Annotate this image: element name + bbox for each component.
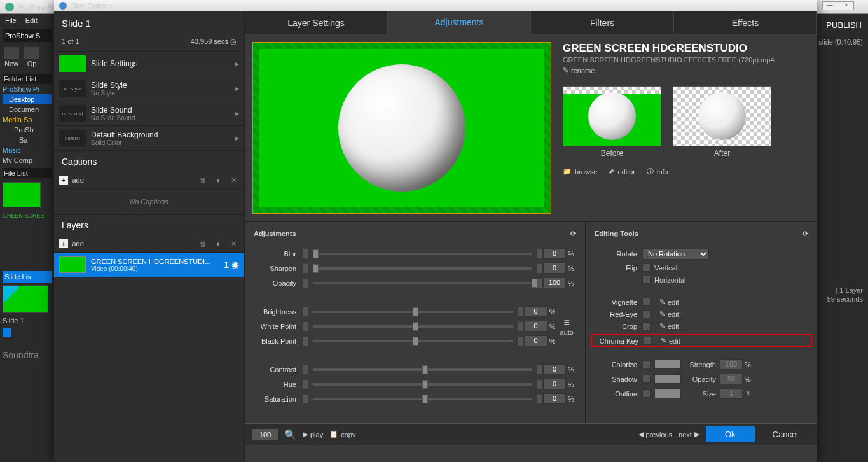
chroma-edit-button[interactable]: ✎edit [661,337,680,345]
bg-close-icon[interactable]: × [839,1,854,10]
tree-mycomp[interactable]: My Comp [3,155,52,165]
crop-checkbox[interactable] [642,322,651,330]
slider-value[interactable]: 0 [543,393,566,404]
shadow-checkbox[interactable] [642,375,651,383]
horizontal-checkbox[interactable] [642,276,651,284]
auto-button[interactable]: ≡auto [558,317,576,336]
slider-value[interactable]: 100 [543,277,566,288]
shadow-swatch[interactable] [654,374,681,384]
slider-track[interactable] [313,340,513,342]
before-thumb[interactable] [563,86,661,146]
crop-edit-button[interactable]: ✎edit [659,322,679,330]
file-menu[interactable]: File [5,17,17,24]
tab-layer-settings[interactable]: Layer Settings [245,11,388,34]
rename-button[interactable]: ✎rename [563,66,809,74]
slider-max[interactable] [537,365,542,374]
publish-tab[interactable]: PUBLISH [826,20,862,30]
trash-icon[interactable]: 🗑 [197,238,209,249]
vignette-checkbox[interactable] [642,298,651,306]
slider-min[interactable] [303,380,308,389]
slider-thumb[interactable] [413,337,418,346]
outline-swatch[interactable] [654,389,681,398]
editor-button[interactable]: ⬈editor [609,167,635,176]
tools-icon[interactable]: ✕ [228,238,239,249]
slider-value[interactable]: 0 [525,306,548,317]
chroma-checkbox[interactable] [644,337,652,345]
rotate-select[interactable]: No Rotation [642,248,709,260]
slider-track[interactable] [313,267,532,270]
slider-value[interactable]: 0 [543,263,566,274]
cancel-button[interactable]: Cancel [761,426,809,442]
slider-min[interactable] [303,322,308,331]
copy-button[interactable]: 📋copy [329,430,355,438]
browse-button[interactable]: 📁browse [563,167,597,176]
info-button[interactable]: ⓘinfo [647,167,668,176]
slider-max[interactable] [518,337,523,346]
slider-max[interactable] [537,264,542,273]
opacity-value[interactable]: 50 [720,374,743,384]
slider-max[interactable] [537,279,542,288]
slider-value[interactable]: 0 [525,321,548,332]
open-button[interactable]: Op [24,59,39,69]
zoom-value[interactable]: 100 [252,429,278,440]
slider-min[interactable] [303,395,308,403]
outline-checkbox[interactable] [642,389,651,398]
tab-filters[interactable]: Filters [531,11,674,34]
edit-menu[interactable]: Edit [25,17,38,24]
slider-min[interactable] [303,337,308,346]
zoom-icon[interactable]: 🔍 [284,429,296,440]
tab-adjustments[interactable]: Adjustments [388,11,531,34]
slider-value[interactable]: 0 [543,379,566,389]
vertical-checkbox[interactable] [642,263,651,272]
slider-value[interactable]: 0 [525,335,548,346]
reset-icon[interactable]: ⟳ [570,230,576,238]
slider-track[interactable] [313,282,532,284]
ok-button[interactable]: Ok [706,426,755,442]
tree-music[interactable]: Music [3,145,52,155]
strength-value[interactable]: 100 [720,359,743,370]
slider-min[interactable] [303,249,308,258]
sort-icon[interactable]: ♦ [212,238,224,249]
slider-thumb[interactable] [413,307,418,316]
preview-main[interactable] [252,42,551,214]
after-thumb[interactable] [673,86,771,146]
tab-effects[interactable]: Effects [674,11,817,34]
eye-icon[interactable]: ◉ [231,260,239,270]
add-caption-label[interactable]: add [72,176,83,184]
slider-max[interactable] [518,322,523,331]
bg-slide-thumb[interactable] [3,285,48,313]
slider-value[interactable]: 0 [543,248,566,259]
slider-track[interactable] [313,325,513,328]
slider-thumb[interactable] [532,279,537,288]
slider-track[interactable] [313,253,532,255]
slider-min[interactable] [303,365,308,374]
tree-proshow[interactable]: ProShow Pr [3,84,52,94]
option-row-0[interactable]: Slide Settings ▸ [54,52,244,76]
slider-max[interactable] [537,249,542,258]
layer-row[interactable]: GREEN SCREEN HDGREENSTUDI... Video (00:0… [54,253,244,277]
tree-media[interactable]: Media So [3,115,52,125]
colorize-swatch[interactable] [654,360,681,369]
tree-prosh[interactable]: ProSh [3,125,52,135]
tree-documents[interactable]: Documen [3,104,52,115]
tree-ba[interactable]: Ba [3,135,52,145]
vignette-edit-button[interactable]: ✎edit [659,298,679,306]
slider-thumb[interactable] [313,264,319,273]
slider-max[interactable] [537,380,542,389]
slider-track[interactable] [313,383,532,386]
slider-min[interactable] [303,264,308,273]
colorize-checkbox[interactable] [642,360,651,368]
slider-thumb[interactable] [313,249,319,258]
slider-thumb[interactable] [413,322,418,331]
new-button[interactable]: New [4,59,19,69]
reset-icon[interactable]: ⟳ [803,230,808,238]
bg-min-icon[interactable]: — [822,1,837,10]
tree-desktop[interactable]: Desktop [3,94,52,104]
redeye-edit-button[interactable]: ✎edit [659,310,679,318]
next-button[interactable]: next▶ [679,430,699,438]
add-layer-label[interactable]: add [72,240,83,248]
redeye-checkbox[interactable] [642,310,651,318]
option-row-3[interactable]: default Default BackgroundSolid Color ▸ [54,126,244,151]
slider-thumb[interactable] [422,365,428,374]
option-row-1[interactable]: no style Slide StyleNo Style ▸ [54,76,244,101]
